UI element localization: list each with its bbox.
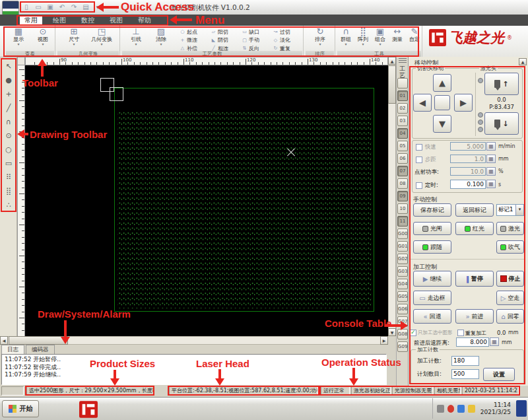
home-button[interactable]: ⌂回零 bbox=[496, 309, 524, 324]
redo-icon[interactable]: ↷ bbox=[69, 3, 79, 12]
dot-matrix-tool-2[interactable]: ⣿ bbox=[2, 185, 15, 198]
horizontal-scroll-thumb[interactable] bbox=[9, 336, 68, 345]
layer-button-05[interactable]: 05 bbox=[397, 141, 408, 151]
ribbon-array-button[interactable]: ⣿阵列▾ bbox=[355, 26, 371, 50]
stop-button[interactable]: 停止 bbox=[496, 271, 524, 287]
circle-tool[interactable]: ○ bbox=[2, 143, 15, 157]
repeat-checkbox[interactable] bbox=[457, 330, 464, 336]
scroll-left-button[interactable]: ◀ bbox=[0, 336, 8, 345]
step-input[interactable]: 1.0 bbox=[450, 155, 486, 163]
open-file-icon[interactable]: ▭ bbox=[34, 3, 43, 12]
scroll-up-button[interactable]: ▲ bbox=[388, 57, 396, 65]
arc-tool[interactable]: ∩ bbox=[2, 116, 15, 129]
ribbon-custom-button[interactable]: ✎自定 bbox=[407, 26, 422, 50]
layer-button-G07[interactable]: G07 bbox=[397, 316, 408, 327]
fast-input[interactable]: 5.000 bbox=[450, 142, 486, 151]
scroll-right-button[interactable]: ▶ bbox=[380, 336, 388, 345]
ribbon-compensation-button[interactable]: △补偿 bbox=[180, 44, 210, 52]
layer-button-G04[interactable]: G04 bbox=[397, 279, 408, 289]
ribbon-fade-button[interactable]: ◇淡化 bbox=[273, 36, 303, 44]
layer-button-G03[interactable]: G03 bbox=[397, 266, 408, 277]
chevron-down-icon[interactable]: ▾ bbox=[515, 205, 523, 215]
timer-checkbox[interactable] bbox=[416, 182, 422, 189]
timer-keypad-icon[interactable]: ▦ bbox=[486, 180, 496, 188]
jog-up-button[interactable]: ▲ bbox=[433, 74, 451, 92]
jog-center-button[interactable] bbox=[434, 95, 450, 110]
ribbon-lead-line-button[interactable]: ⊥引线▾ bbox=[124, 26, 148, 50]
ribbon-view-button[interactable]: ⊙视图▾ bbox=[32, 26, 54, 50]
ribbon-repeat-button[interactable]: ↻重复 bbox=[273, 44, 303, 52]
save-mark-button[interactable]: 保存标记 bbox=[413, 203, 451, 217]
walk-frame-button[interactable]: ▭走边框 bbox=[413, 291, 451, 305]
layer-button-10[interactable]: 10 bbox=[397, 203, 408, 214]
ribbon-micro-joint-button[interactable]: +微连 bbox=[180, 36, 210, 44]
layer-button-01[interactable]: 01 bbox=[397, 90, 408, 101]
ribbon-male-cut-button[interactable]: ▱阳切 bbox=[211, 28, 241, 36]
step-keypad-icon[interactable]: ▦ bbox=[486, 155, 496, 163]
dry-run-button[interactable]: ▷空走 bbox=[496, 291, 524, 305]
ribbon-manual-button[interactable]: ▢手动 bbox=[242, 36, 272, 44]
layer-button-blank[interactable] bbox=[397, 78, 408, 88]
backward-button[interactable]: «回退 bbox=[413, 309, 451, 324]
drawing-canvas[interactable] bbox=[25, 65, 388, 336]
settings-button[interactable]: 设置 bbox=[483, 368, 515, 381]
forward-button[interactable]: »前进 bbox=[455, 309, 494, 324]
ribbon-female-cut-button[interactable]: ◣阴切 bbox=[211, 36, 241, 44]
red-light-button[interactable]: 红光 bbox=[455, 222, 494, 235]
ribbon-transform-button[interactable]: ◳几何变换▾ bbox=[90, 26, 114, 50]
layer-button-G02[interactable]: G02 bbox=[397, 254, 408, 264]
count-input[interactable]: 180 bbox=[451, 356, 479, 366]
ribbon-group-button[interactable]: ∩群组▾ bbox=[338, 26, 354, 50]
layer-button-G06[interactable]: G06 bbox=[397, 304, 408, 314]
laser-head-up-button[interactable]: ↑ bbox=[484, 73, 519, 95]
print-icon[interactable]: ▤ bbox=[81, 3, 90, 12]
start-button[interactable]: 开始 bbox=[2, 400, 39, 417]
ribbon-size-button[interactable]: ⊞尺寸▾ bbox=[62, 26, 86, 50]
more-icon[interactable]: ▾ bbox=[93, 3, 102, 12]
log-tab-1[interactable]: 编码器 bbox=[26, 345, 55, 354]
tray-update-icon[interactable] bbox=[437, 405, 444, 413]
scroll-down-button[interactable]: ▼ bbox=[388, 328, 396, 336]
panel-scroll-up-button[interactable]: ▲ bbox=[519, 58, 527, 65]
layer-button-G08[interactable]: G08 bbox=[397, 329, 408, 339]
select-tool[interactable]: ↖ bbox=[2, 60, 15, 73]
only-selected-checkbox[interactable] bbox=[410, 330, 416, 336]
tray-shield-icon[interactable] bbox=[457, 405, 465, 413]
ribbon-notch-button[interactable]: ▭缺口 bbox=[242, 28, 272, 36]
plan-input[interactable]: 500 bbox=[451, 369, 479, 379]
layer-button-02[interactable]: 02 bbox=[397, 103, 408, 114]
save-icon[interactable]: ▣ bbox=[46, 3, 55, 12]
layer-button-G09[interactable]: G09 bbox=[397, 341, 408, 352]
follow-button[interactable]: 跟随 bbox=[413, 240, 451, 254]
step-checkbox[interactable] bbox=[416, 157, 422, 163]
layer-button-09[interactable]: 09 bbox=[397, 191, 408, 201]
ribbon-overcut-button[interactable]: ↝过切 bbox=[273, 28, 303, 36]
tray-lock-icon[interactable] bbox=[468, 405, 475, 413]
mark-select[interactable]: 标记1 ▾ bbox=[496, 204, 524, 216]
new-file-icon[interactable]: ▯ bbox=[22, 3, 31, 12]
log-tab-0[interactable]: 日志 bbox=[1, 345, 24, 354]
ribbon-start-point-button[interactable]: ○起点 bbox=[180, 28, 210, 36]
jog-right-button[interactable]: ▶ bbox=[454, 94, 473, 112]
circle-center-tool[interactable]: ⊙ bbox=[2, 129, 15, 143]
layer-button-G00[interactable]: G00 bbox=[397, 228, 408, 239]
blow-air-button[interactable]: 吹气 bbox=[496, 240, 524, 254]
ribbon-sort-button[interactable]: ↻排序▾ bbox=[308, 26, 333, 50]
layer-button-06[interactable]: 06 bbox=[397, 153, 408, 164]
jog-down-button[interactable]: ▼ bbox=[433, 115, 451, 133]
ribbon-combine-button[interactable]: ▣组合▾ bbox=[372, 26, 388, 50]
vertical-scroll-thumb[interactable] bbox=[388, 65, 396, 104]
language-bar[interactable] bbox=[516, 400, 527, 417]
menu-tab-1[interactable]: 绘图 bbox=[48, 15, 71, 25]
tray-alert-icon[interactable] bbox=[447, 405, 455, 413]
undo-icon[interactable]: ↶ bbox=[57, 3, 67, 12]
ribbon-reverse-button[interactable]: ⇅反向 bbox=[242, 44, 272, 52]
menu-tab-4[interactable]: 帮助 bbox=[133, 15, 156, 25]
ribbon-coarse-joint-button[interactable]: ╱粗连 bbox=[211, 44, 241, 52]
continue-button[interactable]: ▶继续 bbox=[413, 271, 451, 287]
menu-tab-3[interactable]: 视图 bbox=[105, 15, 127, 25]
dot-matrix-tool-1[interactable]: ⠿ bbox=[2, 171, 15, 184]
pause-button[interactable]: ‖暂停 bbox=[455, 271, 494, 287]
laser-button[interactable]: 激光 bbox=[496, 222, 524, 235]
layer-button-G01[interactable]: G01 bbox=[397, 241, 408, 252]
